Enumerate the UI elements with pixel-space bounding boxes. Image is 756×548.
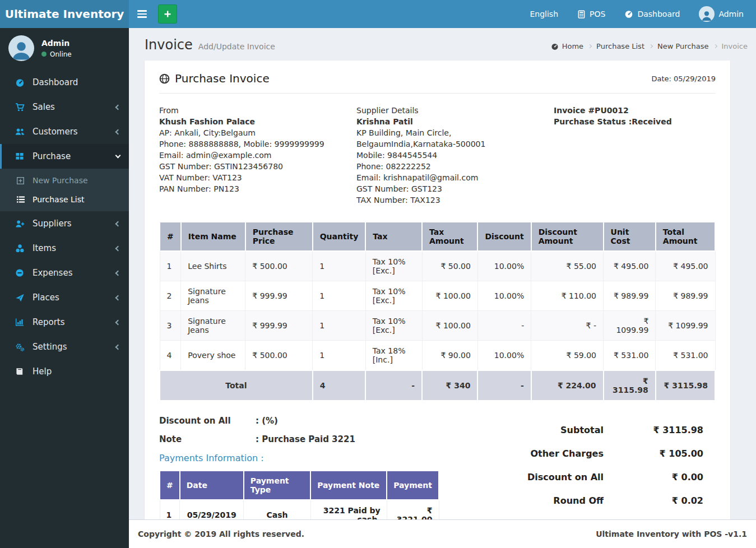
sidebar-item-items[interactable]: Items — [0, 236, 129, 261]
supplier-label: Supplier Details — [356, 105, 538, 116]
pos-label: POS — [590, 10, 605, 18]
cart-icon — [15, 103, 26, 112]
breadcrumb-separator — [649, 44, 653, 48]
user-plus-icon — [15, 219, 26, 229]
sidebar-user-panel: Admin Online — [0, 28, 129, 70]
sidebar-item-purchase-list[interactable]: Purchase List — [0, 190, 129, 209]
plus-icon — [163, 10, 172, 18]
dashboard-link[interactable]: Dashboard — [624, 10, 680, 18]
table-row: 1 05/29/2019 Cash 3221 Paid by cash. ₹ 3… — [160, 500, 439, 519]
chevron-left-icon — [115, 319, 121, 325]
breadcrumb-purchase-list[interactable]: Purchase List — [596, 42, 644, 50]
chevron-left-icon — [115, 270, 121, 276]
from-details: From Khush Fashion Palace AP: Ankali, Ci… — [159, 105, 356, 206]
sidebar-item-settings[interactable]: Settings — [0, 335, 129, 359]
topnav-right: English POS Dashboard Admin — [530, 6, 756, 22]
sidebar-item-purchase[interactable]: Purchase — [0, 144, 129, 169]
sidebar: Admin Online Dashboard Sales — [0, 28, 129, 548]
cubes-icon — [15, 244, 26, 253]
speedometer-icon — [624, 10, 633, 18]
speedometer-icon — [15, 78, 26, 87]
user-menu[interactable]: Admin — [699, 6, 744, 22]
discount-on-all-row: Discount on All : (%) — [159, 416, 503, 426]
chevron-left-icon — [115, 245, 121, 251]
sidebar-item-suppliers[interactable]: Suppliers — [0, 211, 129, 236]
items-table-total-row: Total 4 - ₹ 340 - ₹ 224.00 ₹ 3115.98 ₹ 3… — [160, 370, 715, 401]
table-row: 2 Signature Jeans ₹ 999.99 1 Tax 10%[Exc… — [160, 281, 715, 311]
sidebar-menu: Dashboard Sales Customers Pur — [0, 70, 129, 384]
sidebar-item-sales[interactable]: Sales — [0, 95, 129, 119]
purchase-submenu: New Purchase Purchase List — [0, 169, 129, 211]
table-row: 3 Signature Jeans ₹ 999.99 1 Tax 10%[Exc… — [160, 311, 715, 341]
sidebar-item-customers[interactable]: Customers — [0, 119, 129, 144]
summary-subtotal: Subtotal ₹ 3115.98 — [503, 425, 703, 435]
sidebar-item-new-purchase[interactable]: New Purchase — [0, 171, 129, 190]
users-icon — [15, 127, 26, 137]
summary-round-off: Round Off ₹ 0.02 — [503, 495, 703, 506]
topbar: Ultimate Inventory English POS Dashbo — [0, 0, 756, 28]
menu-toggle-button[interactable] — [129, 0, 155, 28]
invoice-info: From Khush Fashion Palace AP: Ankali, Ci… — [159, 105, 716, 206]
chevron-down-icon — [115, 152, 121, 158]
breadcrumb-current: Invoice — [722, 42, 748, 50]
breadcrumb-new-purchase[interactable]: New Purchase — [657, 42, 709, 50]
user-label: Admin — [718, 10, 744, 18]
note-row: Note : Purchase Paid 3221 — [159, 434, 503, 444]
list-icon — [16, 195, 27, 204]
invoice-date: Date: 05/29/2019 — [651, 75, 716, 83]
add-button[interactable] — [158, 4, 177, 24]
invoice-meta: Invoice #PU0012 Purchase Status :Receive… — [554, 105, 716, 206]
chevron-left-icon — [115, 129, 121, 134]
supplier-name: Krishna Patil — [356, 116, 538, 127]
paper-plane-icon — [15, 293, 26, 303]
sidebar-user-status: Online — [41, 50, 72, 58]
supplier-details: Supplier Details Krishna Patil KP Buildi… — [356, 105, 554, 206]
items-table: # Item Name Purchase Price Quantity Tax … — [159, 221, 716, 401]
page-subtitle: Add/Update Invoice — [198, 42, 275, 51]
payments-table: # Date Payment Type Payment Note Payment… — [159, 470, 439, 519]
breadcrumb-separator — [713, 44, 717, 48]
sidebar-item-dashboard[interactable]: Dashboard — [0, 70, 129, 95]
card-title: Purchase Invoice — [159, 72, 270, 85]
page-title: Invoice — [145, 37, 193, 53]
version-text: Ultimate Inventory with POS -v1.1 — [596, 530, 747, 538]
online-dot-icon — [41, 52, 47, 57]
purchase-status: Purchase Status :Received — [554, 116, 700, 127]
chevron-left-icon — [115, 221, 121, 226]
breadcrumb-home[interactable]: Home — [551, 42, 583, 50]
language-menu[interactable]: English — [530, 10, 558, 18]
topnav: English POS Dashboard Admin — [129, 0, 756, 28]
minus-circle-icon — [15, 268, 26, 277]
avatar — [8, 35, 34, 61]
plus-square-icon — [16, 177, 27, 185]
from-label: From — [159, 105, 341, 116]
sidebar-item-expenses[interactable]: Expenses — [0, 261, 129, 285]
globe-icon — [159, 73, 170, 84]
grid-icon — [15, 152, 26, 161]
sidebar-item-help[interactable]: Help — [0, 359, 129, 384]
bar-chart-icon — [15, 318, 26, 327]
home-icon — [551, 43, 559, 50]
dashboard-label: Dashboard — [637, 10, 680, 18]
user-avatar — [699, 6, 715, 22]
invoice-number: Invoice #PU0012 — [554, 105, 700, 116]
pos-link[interactable]: POS — [577, 10, 605, 18]
sidebar-user-name: Admin — [41, 39, 72, 48]
breadcrumb-separator — [588, 44, 592, 48]
summary-other-charges: Other Charges ₹ 105.00 — [503, 448, 703, 459]
items-table-header-row: # Item Name Purchase Price Quantity Tax … — [160, 222, 715, 251]
book-icon — [15, 367, 26, 376]
sidebar-item-places[interactable]: Places — [0, 285, 129, 310]
chevron-left-icon — [115, 344, 121, 350]
gears-icon — [15, 342, 26, 352]
breadcrumb: Home Purchase List New Purchase Invoice — [551, 37, 748, 50]
payments-table-header-row: # Date Payment Type Payment Note Payment — [160, 471, 439, 500]
chevron-left-icon — [115, 104, 121, 110]
sidebar-item-reports[interactable]: Reports — [0, 310, 129, 335]
calculator-icon — [577, 10, 586, 18]
footer: Copyright © 2019 All rights reserved. Ul… — [129, 519, 756, 548]
language-label: English — [530, 10, 558, 18]
app-brand[interactable]: Ultimate Inventory — [0, 0, 129, 28]
copyright-text: Copyright © 2019 All rights reserved. — [138, 530, 304, 538]
content: Invoice Add/Update Invoice Home Purchase… — [129, 28, 756, 519]
